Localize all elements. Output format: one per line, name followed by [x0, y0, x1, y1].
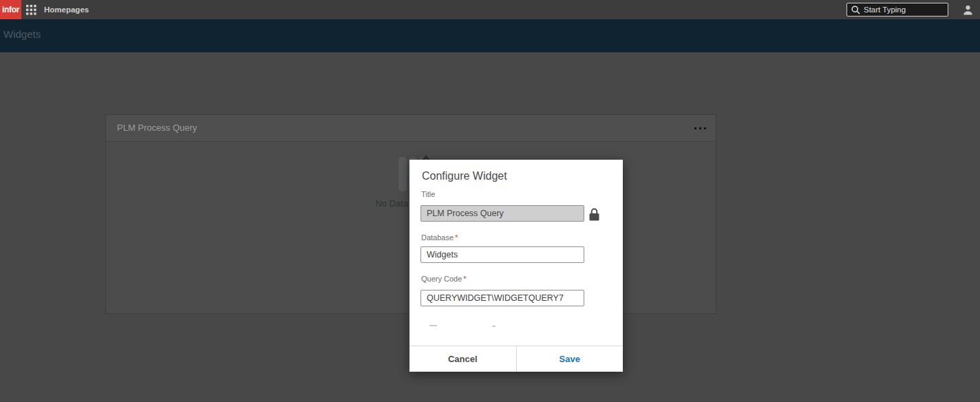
user-icon [962, 4, 974, 16]
title-input[interactable] [420, 205, 584, 222]
database-field-label: Database* [421, 233, 458, 242]
search-input[interactable] [864, 6, 944, 14]
clipped-content-fragment [429, 325, 437, 326]
configure-widget-modal: Configure Widget Title Database* Query C… [409, 160, 623, 372]
top-app-bar: infor Homepages [0, 0, 980, 19]
modal-title: Configure Widget [422, 170, 507, 182]
lock-icon [589, 208, 599, 221]
title-field-label: Title [421, 190, 435, 198]
database-input[interactable] [420, 246, 584, 263]
app-menu-button[interactable] [26, 5, 36, 15]
required-marker: * [463, 275, 466, 283]
search-icon [851, 6, 860, 14]
query-code-input[interactable] [420, 290, 584, 306]
grid-icon [26, 5, 36, 15]
page: infor Homepages [0, 0, 980, 402]
infor-logo[interactable]: infor [0, 0, 21, 19]
required-marker: * [455, 233, 458, 242]
nav-item-homepages[interactable]: Homepages [44, 0, 89, 19]
clipped-content-fragment [492, 326, 496, 327]
infor-logo-text: infor [2, 5, 19, 14]
cancel-button[interactable]: Cancel [409, 346, 517, 372]
user-button[interactable] [959, 1, 977, 18]
save-button[interactable]: Save [517, 346, 624, 372]
query-code-field-label: Query Code* [421, 275, 467, 283]
search-box [846, 3, 948, 17]
modal-footer: Cancel Save [409, 346, 623, 372]
